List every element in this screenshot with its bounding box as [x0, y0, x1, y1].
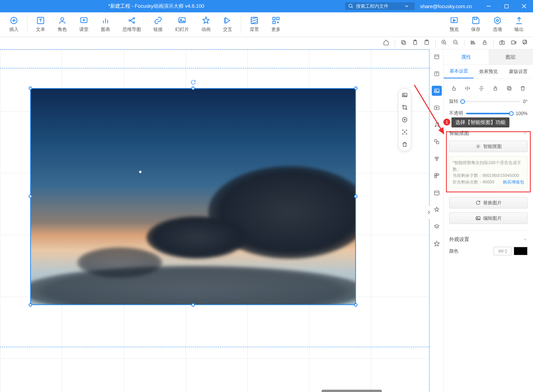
tb-export[interactable]: 输出 — [508, 16, 530, 33]
svg-point-10 — [61, 18, 63, 20]
delete-prop-icon[interactable] — [518, 83, 528, 93]
tb-role[interactable]: 角色 — [51, 16, 73, 33]
replace-image-button[interactable]: 替换图片 — [449, 197, 528, 209]
minimize-button[interactable] — [480, 0, 497, 12]
rail-component-icon[interactable] — [432, 171, 442, 181]
chevron-down-icon[interactable] — [523, 131, 528, 136]
rail-date-icon[interactable] — [432, 188, 442, 198]
quick-add-icon[interactable] — [400, 115, 409, 124]
tb-interact[interactable]: 交互 — [217, 16, 238, 33]
subtab-effect[interactable]: 效果预览 — [473, 65, 503, 78]
subtab-basic[interactable]: 基本设置 — [444, 65, 473, 78]
account-email[interactable]: share@focusky.com.cn — [420, 3, 472, 9]
record-icon[interactable] — [511, 39, 517, 47]
close-button[interactable] — [515, 0, 533, 12]
right-icon-rail — [429, 49, 443, 392]
rail-audio-icon[interactable] — [432, 120, 442, 130]
rotation-slider[interactable] — [461, 101, 520, 102]
smartcut-button[interactable]: 智能抠图 — [449, 141, 528, 152]
rail-template-icon[interactable] — [432, 52, 442, 62]
tb-class[interactable]: 课堂 — [73, 16, 95, 33]
search-input[interactable] — [356, 3, 395, 9]
resize-handle[interactable] — [29, 303, 32, 307]
home-icon[interactable] — [383, 39, 389, 47]
tb-insert[interactable]: 插入 — [3, 16, 25, 33]
quick-delete-icon[interactable] — [400, 140, 409, 149]
rotate-handle[interactable] — [191, 80, 196, 85]
svg-point-94 — [477, 217, 478, 218]
rail-layer-icon[interactable] — [432, 222, 442, 232]
tab-attributes[interactable]: 属性 — [444, 49, 489, 64]
color-swatch[interactable] — [514, 247, 528, 255]
tb-background[interactable]: 背景 — [244, 16, 265, 33]
selected-image[interactable] — [30, 88, 356, 305]
resize-handle[interactable] — [29, 195, 32, 198]
edit-image-button[interactable]: 编辑图片 — [449, 212, 528, 224]
tb-options[interactable]: 选项 — [487, 16, 508, 33]
copy-prop-icon[interactable] — [504, 83, 514, 93]
clipboard-icon[interactable] — [412, 39, 418, 47]
svg-point-32 — [278, 22, 279, 23]
expand-tab[interactable] — [426, 205, 432, 219]
copy-icon[interactable] — [400, 39, 407, 47]
tb-preview[interactable]: 预览 — [443, 16, 465, 33]
lock-icon[interactable] — [482, 39, 488, 47]
tb-save[interactable]: 保存 — [465, 16, 487, 33]
main-area: 01/01 属性 图层 基本设置 效果预览 蒙版设置 — [0, 49, 533, 392]
lock-prop-icon[interactable] — [490, 83, 500, 93]
tb-mindmap[interactable]: 思维导图 — [116, 16, 147, 33]
tb-more[interactable]: 更多 — [265, 16, 287, 33]
resize-handle[interactable] — [354, 87, 358, 90]
tb-link[interactable]: 链接 — [147, 16, 169, 33]
rail-text-icon[interactable] — [432, 69, 442, 79]
smartcut-title: 智能抠图 — [449, 130, 469, 137]
rail-favorite-icon[interactable] — [432, 239, 442, 249]
svg-point-16 — [129, 20, 131, 21]
maximize-button[interactable] — [497, 0, 515, 12]
resize-handle[interactable] — [191, 87, 195, 90]
svg-marker-36 — [495, 17, 501, 24]
edit-icon[interactable] — [522, 39, 528, 47]
quick-crop-icon[interactable] — [400, 103, 409, 112]
quick-focus-icon[interactable] — [400, 128, 409, 136]
tb-slide[interactable]: 幻灯片 — [169, 16, 195, 33]
search-box[interactable] — [345, 2, 415, 10]
svg-rect-55 — [500, 41, 504, 44]
resize-handle[interactable] — [354, 303, 358, 307]
tb-animation[interactable]: 动画 — [195, 16, 217, 33]
flip-v-icon[interactable] — [477, 83, 486, 93]
color-label: 颜色 — [449, 248, 458, 255]
opacity-slider[interactable] — [466, 113, 513, 114]
align-icon[interactable] — [470, 39, 476, 47]
stroke-style-select[interactable] — [494, 247, 511, 255]
svg-point-92 — [477, 146, 479, 147]
quick-image-icon[interactable] — [400, 91, 409, 99]
rail-shape-icon[interactable] — [432, 137, 442, 147]
paste-icon[interactable] — [424, 39, 430, 47]
resize-handle[interactable] — [354, 195, 358, 198]
flip-h-icon[interactable] — [463, 83, 472, 93]
tab-layers[interactable]: 图层 — [489, 49, 533, 64]
svg-marker-34 — [453, 19, 455, 22]
tb-chart[interactable]: 图表 — [95, 16, 116, 33]
resize-handle[interactable] — [29, 87, 32, 90]
unlock-icon[interactable] — [449, 83, 458, 93]
camera-icon[interactable] — [499, 39, 505, 47]
zoom-in-icon[interactable] — [441, 39, 447, 47]
rail-group-icon[interactable] — [432, 154, 442, 164]
canvas[interactable]: 01/01 — [0, 49, 429, 392]
svg-point-78 — [436, 159, 438, 161]
chevron-down-icon[interactable] — [523, 237, 528, 242]
resize-handle[interactable] — [191, 303, 195, 307]
chevron-down-icon[interactable] — [404, 3, 409, 9]
rail-effect-icon[interactable] — [432, 205, 442, 215]
svg-marker-71 — [436, 107, 437, 109]
svg-point-69 — [436, 90, 436, 91]
zoom-out-icon[interactable] — [453, 39, 459, 47]
rail-image-icon[interactable] — [432, 86, 442, 96]
tb-text[interactable]: 文本 — [30, 16, 51, 33]
buy-link[interactable]: 购买增值包 — [503, 179, 524, 185]
svg-point-37 — [496, 19, 499, 22]
rail-video-icon[interactable] — [432, 103, 442, 113]
subtab-mask[interactable]: 蒙版设置 — [503, 65, 533, 78]
